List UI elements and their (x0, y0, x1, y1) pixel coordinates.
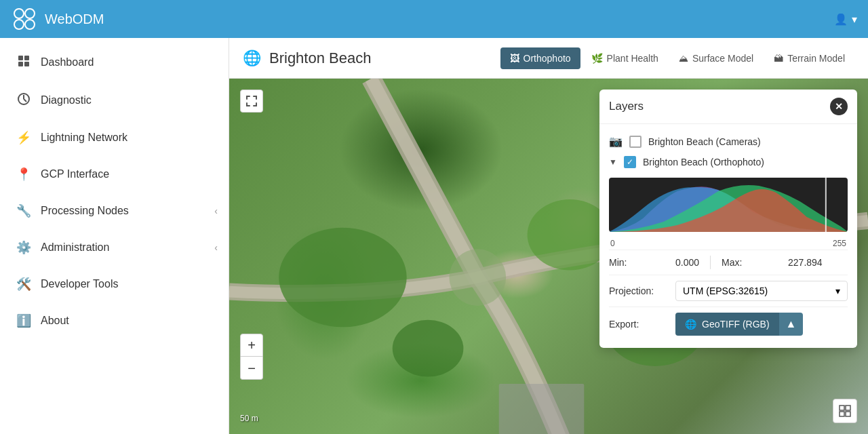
export-main-button[interactable]: 🌐 GeoTIFF (RGB) (675, 313, 779, 336)
tools-icon: 🛠️ (16, 277, 31, 292)
main-content: 🌐 Brighton Beach 🖼 Orthophoto 🌿 Plant He… (229, 38, 868, 434)
sidebar-item-gcp[interactable]: 📍 GCP Interface (0, 156, 229, 193)
export-btn-label: GeoTIFF (RGB) (702, 319, 770, 330)
svg-rect-16 (840, 406, 844, 410)
layers-close-button[interactable]: ✕ (830, 98, 848, 115)
layers-header: Layers ✕ (599, 90, 857, 124)
sidebar-item-dashboard[interactable]: Dashboard (0, 43, 229, 81)
svg-point-1 (25, 9, 35, 18)
svg-rect-5 (24, 56, 29, 60)
brand-name: WebODM (45, 12, 104, 27)
projection-dropdown-icon: ▾ (835, 285, 840, 296)
list-item: 📷 Brighton Beach (Cameras) (609, 131, 848, 152)
sidebar-item-about[interactable]: ℹ️ About (0, 302, 229, 339)
orthophoto-checkbox[interactable] (624, 156, 636, 168)
sidebar-item-about-label: About (41, 315, 69, 327)
cameras-checkbox[interactable] (629, 136, 642, 148)
sidebar-item-dashboard-label: Dashboard (41, 56, 94, 68)
map-scale: 50 m (240, 414, 258, 423)
image-icon: 🖼 (510, 53, 519, 64)
zoom-out-button[interactable]: − (240, 357, 263, 380)
layers-body: 📷 Brighton Beach (Cameras) ▼ Brighton Be… (599, 124, 857, 348)
max-label: Max: (722, 257, 783, 268)
svg-rect-6 (18, 62, 23, 66)
dashboard-icon (16, 54, 31, 71)
svg-point-13 (449, 249, 506, 306)
list-item: ▼ Brighton Beach (Orthophoto) (609, 152, 848, 172)
histogram-chart (609, 178, 848, 232)
layers-title: Layers (609, 100, 644, 113)
wrench-icon: 🔧 (16, 203, 31, 218)
mountain-icon: ⛰ (679, 53, 688, 64)
diagnostic-icon (16, 92, 31, 108)
fullscreen-button[interactable] (240, 90, 263, 113)
export-label: Export: (609, 319, 670, 330)
export-row: Export: 🌐 GeoTIFF (RGB) ▲ (609, 307, 848, 341)
projection-select[interactable]: UTM (EPSG:32615) ▾ (675, 281, 848, 301)
zoom-in-button[interactable]: + (240, 334, 263, 357)
map-area[interactable]: + − 50 m Layers ✕ (229, 79, 868, 434)
projection-value: UTM (EPSG:32615) (683, 285, 768, 296)
sidebar-item-developer[interactable]: 🛠️ Developer Tools (0, 266, 229, 302)
sidebar-item-administration-label: Administration (41, 241, 109, 254)
top-navigation: WebODM 👤 ▾ (0, 0, 868, 38)
user-dropdown-icon: ▾ (852, 13, 857, 26)
max-value: 227.894 (788, 257, 823, 268)
globe-icon: 🌐 (243, 50, 261, 67)
tab-terrain-model[interactable]: 🏔 Terrain Model (764, 47, 854, 69)
grid-icon (838, 404, 852, 418)
layers-panel: Layers ✕ 📷 Brighton Beach (Cameras) ▼ Br (599, 90, 857, 348)
user-icon: 👤 (834, 13, 848, 26)
histogram-max: 255 (833, 239, 846, 248)
export-button-group: 🌐 GeoTIFF (RGB) ▲ (675, 313, 803, 336)
tab-surface-model[interactable]: ⛰ Surface Model (669, 47, 763, 69)
svg-rect-17 (846, 406, 850, 410)
location-icon: 📍 (16, 167, 31, 182)
grid-button[interactable] (833, 399, 857, 423)
orthophoto-expand-icon[interactable]: ▼ (609, 157, 617, 167)
administration-chevron-icon: ‹ (214, 242, 218, 253)
processing-chevron-icon: ‹ (214, 205, 218, 216)
tab-orthophoto[interactable]: 🖼 Orthophoto (500, 47, 580, 69)
sidebar-item-diagnostic[interactable]: Diagnostic (0, 81, 229, 119)
brand-logo[interactable]: WebODM (11, 5, 104, 33)
sidebar: Dashboard Diagnostic ⚡ Lightning Network… (0, 38, 229, 434)
orthophoto-layer-label: Brighton Beach (Orthophoto) (643, 157, 848, 167)
field-divider (710, 256, 711, 269)
histogram-container (609, 178, 848, 232)
leaf-icon: 🌿 (591, 53, 603, 64)
projection-label: Projection: (609, 285, 670, 296)
svg-rect-7 (24, 62, 29, 66)
sidebar-item-processing[interactable]: 🔧 Processing Nodes ‹ (0, 193, 229, 229)
histogram-min: 0 (610, 239, 615, 248)
info-icon: ℹ️ (16, 313, 31, 328)
user-menu[interactable]: 👤 ▾ (834, 13, 857, 26)
sidebar-item-gcp-label: GCP Interface (41, 168, 109, 180)
svg-rect-19 (846, 412, 850, 416)
webodm-logo-icon (11, 5, 38, 33)
sidebar-item-administration[interactable]: ⚙️ Administration ‹ (0, 229, 229, 266)
geotiff-icon: 🌐 (685, 319, 696, 330)
tab-bar: 🖼 Orthophoto 🌿 Plant Health ⛰ Surface Mo… (500, 47, 854, 69)
sidebar-item-processing-label: Processing Nodes (41, 205, 129, 217)
page-title: Brighton Beach (269, 50, 371, 67)
gear-icon: ⚙️ (16, 240, 31, 255)
map-zoom-controls: + − (240, 334, 263, 380)
svg-point-2 (14, 20, 24, 29)
tab-plant-health[interactable]: 🌿 Plant Health (582, 47, 668, 69)
sidebar-item-developer-label: Developer Tools (41, 278, 118, 290)
sidebar-item-lightning[interactable]: ⚡ Lightning Network (0, 119, 229, 156)
svg-point-0 (14, 9, 24, 18)
export-caret-button[interactable]: ▲ (779, 313, 804, 336)
bolt-icon: ⚡ (16, 130, 31, 145)
camera-icon: 📷 (609, 135, 623, 148)
content-header: 🌐 Brighton Beach 🖼 Orthophoto 🌿 Plant He… (229, 38, 868, 79)
page-title-area: 🌐 Brighton Beach (243, 50, 490, 67)
minmax-row: Min: 0.000 Max: 227.894 (609, 250, 848, 275)
cameras-layer-label: Brighton Beach (Cameras) (648, 136, 848, 147)
sidebar-item-diagnostic-label: Diagnostic (41, 94, 92, 106)
svg-point-11 (393, 320, 464, 377)
svg-rect-4 (18, 56, 23, 60)
caret-up-icon: ▲ (786, 318, 797, 330)
min-label: Min: (609, 257, 670, 268)
